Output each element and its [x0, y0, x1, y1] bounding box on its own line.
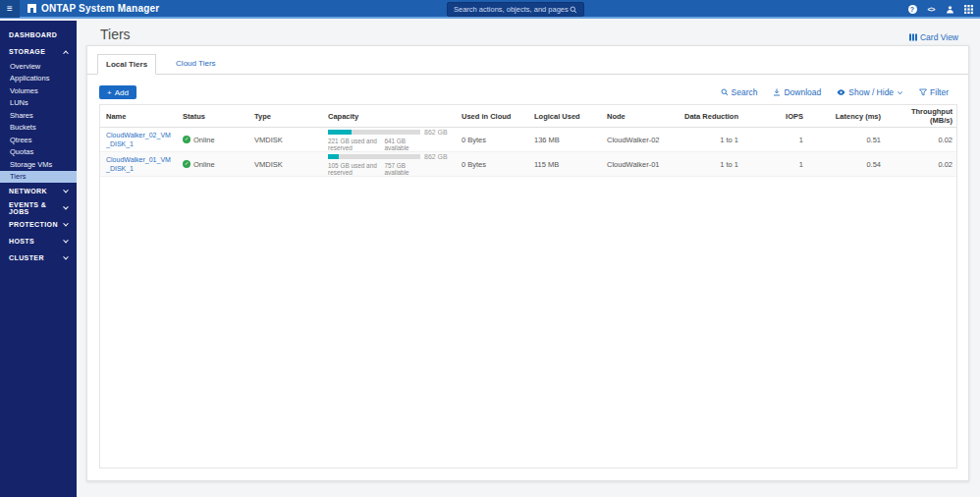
- sidebar-item-qtrees[interactable]: Qtrees: [0, 134, 77, 146]
- local-tiers-table: Name Status Type Capacity Used in Cloud …: [99, 104, 957, 469]
- col-header-name[interactable]: Name: [100, 112, 177, 121]
- search-icon: [570, 6, 577, 14]
- capacity-bar-fill: [328, 130, 352, 135]
- download-icon: [773, 88, 781, 96]
- data-reduction-cell: 1 to 1: [673, 136, 744, 144]
- chevron-down-icon: [63, 220, 69, 226]
- sidebar-section-cluster[interactable]: CLUSTER: [0, 249, 77, 266]
- latency-cell: 0.51: [809, 136, 887, 144]
- capacity-bar: [328, 154, 420, 159]
- status-cell: ✓ Online: [177, 160, 248, 169]
- sidebar-section-events-jobs[interactable]: EVENTS & JOBS: [0, 199, 77, 216]
- capacity-used-label: 221 GB used and reserved: [328, 138, 384, 151]
- throughput-cell: 0.02: [887, 136, 958, 144]
- chevron-down-icon: [63, 203, 68, 208]
- col-header-throughput[interactable]: Throughput (MB/s): [887, 107, 958, 125]
- sidebar-item-dashboard[interactable]: DASHBOARD: [0, 27, 77, 43]
- capacity-total: 862 GB: [424, 129, 448, 136]
- used-in-cloud-cell: 0 Bytes: [456, 136, 528, 144]
- capacity-used-label: 105 GB used and reserved: [328, 162, 384, 176]
- capacity-bar: [328, 130, 420, 135]
- code-icon[interactable]: <>: [926, 5, 936, 15]
- sidebar-section-hosts[interactable]: HOSTS: [0, 233, 77, 249]
- user-icon[interactable]: [945, 5, 954, 15]
- type-cell: VMDISK: [248, 160, 322, 169]
- netapp-logo: [27, 4, 36, 13]
- sidebar-item-volumes[interactable]: Volumes: [0, 84, 77, 97]
- capacity-total: 862 GB: [424, 153, 448, 160]
- add-button[interactable]: + Add: [99, 85, 136, 99]
- sidebar-section-storage[interactable]: STORAGE: [0, 43, 77, 60]
- iops-cell: 1: [744, 160, 809, 169]
- tab-local-tiers[interactable]: Local Tiers: [97, 54, 156, 75]
- sidebar-item-tiers[interactable]: Tiers: [0, 171, 77, 184]
- throughput-cell: 0.02: [887, 160, 958, 169]
- tier-name-link[interactable]: CloudWalker_02_VM_DISK_1: [106, 132, 171, 147]
- col-header-iops[interactable]: IOPS: [744, 112, 809, 121]
- col-header-logical-used[interactable]: Logical Used: [528, 112, 601, 121]
- sidebar-item-storage-vms[interactable]: Storage VMs: [0, 158, 77, 171]
- table-row: CloudWalker_01_VM_DISK_1 ✓ Online VMDISK…: [100, 152, 956, 177]
- download-button[interactable]: Download: [773, 87, 821, 97]
- chevron-down-icon: [897, 89, 903, 96]
- chevron-down-icon: [63, 237, 69, 243]
- chevron-down-icon: [63, 253, 69, 259]
- chevron-down-icon: [63, 187, 69, 193]
- col-header-status[interactable]: Status: [177, 112, 248, 121]
- status-cell: ✓ Online: [177, 136, 248, 144]
- apps-grid-icon[interactable]: [963, 5, 973, 15]
- capacity-available-label: 757 GB available: [384, 162, 420, 176]
- filter-button[interactable]: Filter: [919, 87, 949, 97]
- show-hide-button[interactable]: Show / Hide: [837, 87, 903, 97]
- col-header-latency[interactable]: Latency (ms): [809, 112, 887, 121]
- type-cell: VMDISK: [248, 136, 322, 144]
- filter-icon: [919, 88, 927, 96]
- col-header-type[interactable]: Type: [248, 112, 322, 121]
- table-search-button[interactable]: Search: [721, 87, 758, 97]
- sidebar-item-overview[interactable]: Overview: [0, 60, 77, 73]
- sidebar-item-applications[interactable]: Applications: [0, 73, 77, 85]
- sidebar-item-shares[interactable]: Shares: [0, 109, 77, 122]
- tiers-card: Local Tiers Cloud Tiers + Add Search Dow…: [86, 45, 969, 481]
- sidebar-section-network[interactable]: NETWORK: [0, 183, 77, 199]
- col-header-capacity[interactable]: Capacity: [322, 112, 456, 121]
- chevron-up-icon: [63, 50, 69, 56]
- table-row: CloudWalker_02_VM_DISK_1 ✓ Online VMDISK…: [100, 128, 956, 152]
- sidebar-item-quotas[interactable]: Quotas: [0, 146, 77, 159]
- col-header-data-reduction[interactable]: Data Reduction: [673, 112, 744, 121]
- tab-cloud-tiers[interactable]: Cloud Tiers: [168, 53, 223, 74]
- sidebar-item-buckets[interactable]: Buckets: [0, 122, 77, 135]
- logical-used-cell: 115 MB: [528, 160, 601, 169]
- tier-tabs: Local Tiers Cloud Tiers: [87, 54, 968, 75]
- main-content: Tiers Card View Local Tiers Cloud Tiers …: [77, 21, 980, 497]
- hamburger-menu-icon[interactable]: ≡: [0, 0, 20, 18]
- capacity-cell: 862 GB 221 GB used and reserved 641 GB a…: [322, 129, 456, 151]
- online-status-icon: ✓: [183, 160, 191, 168]
- global-search-input[interactable]: Search actions, objects, and pages: [447, 2, 584, 17]
- sidebar-nav: DASHBOARD STORAGE Overview Applications …: [0, 21, 77, 497]
- card-view-toggle[interactable]: Card View: [909, 32, 958, 42]
- table-toolbar: + Add Search Download Show / Hide: [99, 83, 949, 101]
- status-label: Online: [193, 136, 215, 144]
- col-header-node[interactable]: Node: [601, 112, 673, 121]
- latency-cell: 0.54: [809, 160, 887, 169]
- iops-cell: 1: [744, 136, 809, 144]
- node-cell: CloudWalker-02: [601, 136, 673, 144]
- tier-name-link[interactable]: CloudWalker_01_VM_DISK_1: [106, 156, 171, 172]
- capacity-cell: 862 GB 105 GB used and reserved 757 GB a…: [322, 153, 456, 176]
- sidebar-section-protection[interactable]: PROTECTION: [0, 216, 77, 233]
- table-header-row: Name Status Type Capacity Used in Cloud …: [100, 105, 956, 128]
- app-title: ONTAP System Manager: [41, 3, 159, 14]
- used-in-cloud-cell: 0 Bytes: [456, 160, 528, 169]
- top-app-bar: ≡ ONTAP System Manager Search actions, o…: [0, 0, 980, 19]
- logical-used-cell: 136 MB: [528, 136, 601, 144]
- page-title: Tiers: [100, 27, 131, 42]
- col-header-used-in-cloud[interactable]: Used in Cloud: [456, 112, 528, 121]
- data-reduction-cell: 1 to 1: [673, 160, 744, 169]
- capacity-available-label: 641 GB available: [384, 138, 420, 151]
- help-icon[interactable]: ?: [907, 5, 917, 15]
- capacity-bar-fill: [328, 154, 339, 159]
- card-view-icon: [909, 33, 917, 41]
- online-status-icon: ✓: [183, 136, 191, 143]
- sidebar-item-luns[interactable]: LUNs: [0, 97, 77, 110]
